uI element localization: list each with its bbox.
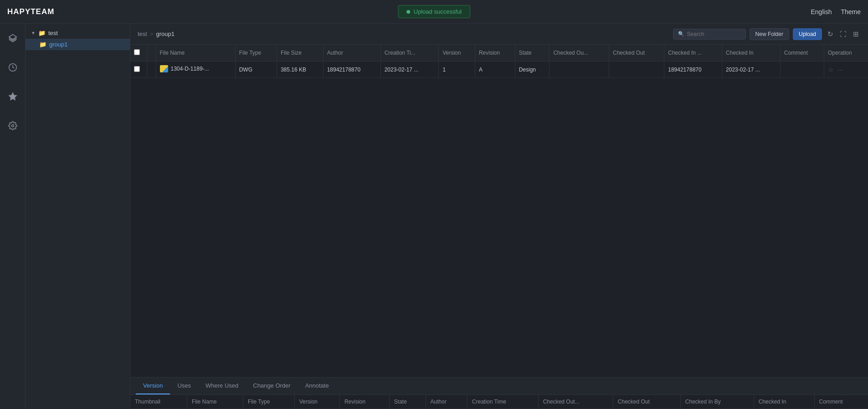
row-checked-in-by-cell: 18942178870 xyxy=(664,61,722,78)
main-table-container: File Name File Type File Size Author Cre… xyxy=(130,45,868,377)
clock-icon[interactable] xyxy=(5,59,21,76)
row-comment-cell xyxy=(780,61,824,78)
new-folder-button[interactable]: New Folder xyxy=(750,28,789,40)
settings-icon[interactable] xyxy=(5,118,21,134)
row-creation-time-cell: 2023-02-17 ... xyxy=(380,61,439,78)
breadcrumb-root[interactable]: test xyxy=(138,31,147,37)
view-controls: ↻ ⛶ ⊞ xyxy=(826,29,861,39)
bottom-panel: Version Uses Where Used Change Order Ann… xyxy=(130,377,868,409)
row-state-cell: Design xyxy=(515,61,550,78)
tree-item-group1[interactable]: 📁 group1 xyxy=(26,39,130,50)
vcol-thumbnail: Thumbnail xyxy=(130,395,187,409)
col-creation-time: Creation Ti... xyxy=(380,45,439,61)
app-logo: HAPYTEAM xyxy=(7,7,54,16)
breadcrumb-current: group1 xyxy=(156,31,175,37)
col-comment: Comment xyxy=(780,45,824,61)
col-file-type: File Type xyxy=(235,45,277,61)
row-more-button[interactable]: ··· xyxy=(837,66,843,73)
vcol-checked-in: Checked In xyxy=(754,395,814,409)
bottom-table-container: Thumbnail File Name File Type Version Re… xyxy=(130,395,868,409)
search-input[interactable] xyxy=(687,31,741,37)
row-checkbox-cell xyxy=(130,61,147,78)
vcol-file-name: File Name xyxy=(187,395,243,409)
vcol-author: Author xyxy=(426,395,467,409)
main-layout: ▼ 📁 test 📁 group1 test > group1 🔍 New Fo… xyxy=(0,24,868,409)
row-checked-in-cell: 2023-02-17 ... xyxy=(722,61,781,78)
breadcrumb: test > group1 xyxy=(138,31,175,37)
col-file-size: File Size xyxy=(277,45,323,61)
row-checked-out-cell xyxy=(609,61,664,78)
bottom-tabs: Version Uses Where Used Change Order Ann… xyxy=(130,378,868,395)
icon-sidebar xyxy=(0,24,26,409)
version-table: Thumbnail File Name File Type Version Re… xyxy=(130,395,868,409)
col-checked-out-by: Checked Ou... xyxy=(550,45,609,61)
tab-annotate[interactable]: Annotate xyxy=(298,378,336,394)
col-revision: Revision xyxy=(475,45,515,61)
vcol-version: Version xyxy=(294,395,339,409)
row-operation-cell: ☆ ··· xyxy=(824,61,868,78)
row-file-size-cell: 385.16 KB xyxy=(277,61,323,78)
topbar: HAPYTEAM Upload successful English Theme xyxy=(0,0,868,24)
upload-success-label: Upload successful xyxy=(414,8,462,15)
vcol-comment: Comment xyxy=(814,395,868,409)
row-checkbox[interactable] xyxy=(134,66,140,72)
upload-button[interactable]: Upload xyxy=(793,28,822,40)
row-revision-cell: A xyxy=(475,61,515,78)
main-table: File Name File Type File Size Author Cre… xyxy=(130,45,868,78)
tab-where-used[interactable]: Where Used xyxy=(198,378,246,394)
vcol-checked-out-by: Checked Out... xyxy=(538,395,613,409)
fullscreen-icon[interactable]: ⛶ xyxy=(838,29,848,39)
content-area: test > group1 🔍 New Folder Upload ↻ ⛶ ⊞ xyxy=(130,24,868,409)
tree-child-label: group1 xyxy=(49,41,67,48)
col-file-name: File Name xyxy=(156,45,235,61)
topbar-right: English Theme xyxy=(811,8,861,15)
tab-version[interactable]: Version xyxy=(136,378,170,394)
row-file-type-cell: DWG xyxy=(235,61,277,78)
select-all-checkbox[interactable] xyxy=(134,49,140,55)
row-file-name[interactable]: 1304-D-1189-... xyxy=(171,66,209,72)
col-operation: Operation xyxy=(824,45,868,61)
refresh-icon[interactable]: ↻ xyxy=(826,29,835,39)
col-checkbox xyxy=(130,45,147,61)
content-header: test > group1 🔍 New Folder Upload ↻ ⛶ ⊞ xyxy=(130,24,868,45)
row-drag-cell xyxy=(147,61,156,78)
row-version-cell: 1 xyxy=(439,61,475,78)
search-box: 🔍 xyxy=(673,29,746,40)
svg-point-3 xyxy=(11,125,14,127)
table-row: 1304-D-1189-... DWG 385.16 KB 1894217887… xyxy=(130,61,868,78)
row-star-button[interactable]: ☆ xyxy=(828,66,834,73)
col-state: State xyxy=(515,45,550,61)
success-dot xyxy=(406,10,410,14)
row-file-name-cell: 1304-D-1189-... xyxy=(156,61,235,78)
chevron-icon: ▼ xyxy=(31,31,36,36)
col-checked-in-by: Checked In ... xyxy=(664,45,722,61)
vcol-checked-in-by: Checked In By xyxy=(680,395,754,409)
language-selector[interactable]: English xyxy=(811,8,832,15)
vcol-file-type: File Type xyxy=(243,395,294,409)
tab-change-order[interactable]: Change Order xyxy=(246,378,298,394)
row-checked-out-by-cell xyxy=(550,61,609,78)
col-author: Author xyxy=(323,45,380,61)
star-icon[interactable] xyxy=(5,88,21,105)
layers-icon[interactable] xyxy=(5,30,21,46)
header-actions: 🔍 New Folder Upload ↻ ⛶ ⊞ xyxy=(673,28,861,40)
col-checked-in: Checked In xyxy=(722,45,781,61)
dwg-file-icon xyxy=(160,65,168,72)
col-version: Version xyxy=(439,45,475,61)
upload-success-banner: Upload successful xyxy=(398,5,471,18)
theme-selector[interactable]: Theme xyxy=(841,8,861,15)
breadcrumb-separator: > xyxy=(150,31,154,37)
row-author-cell: 18942178870 xyxy=(323,61,380,78)
folder-icon-child: 📁 xyxy=(39,41,46,48)
col-checked-out: Checked Out xyxy=(609,45,664,61)
tab-uses[interactable]: Uses xyxy=(170,378,198,394)
tree-root-label: test xyxy=(48,30,58,36)
folder-icon: 📁 xyxy=(38,30,46,36)
grid-view-icon[interactable]: ⊞ xyxy=(851,29,861,39)
vcol-state: State xyxy=(389,395,426,409)
vcol-checked-out: Checked Out xyxy=(613,395,680,409)
col-drag xyxy=(147,45,156,61)
file-tree-sidebar: ▼ 📁 test 📁 group1 xyxy=(26,24,130,409)
vcol-revision: Revision xyxy=(339,395,389,409)
tree-root-test[interactable]: ▼ 📁 test xyxy=(26,27,130,39)
